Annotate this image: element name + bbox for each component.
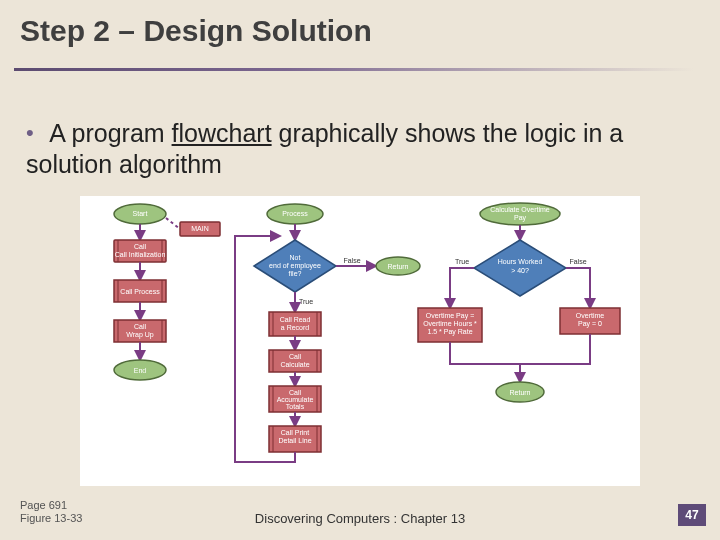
node-call-read: Call Reada Record	[269, 312, 321, 336]
svg-text:Pay: Pay	[514, 214, 527, 222]
bullet-term-flowchart: flowchart	[172, 119, 272, 147]
svg-text:Accumulate: Accumulate	[277, 396, 314, 403]
node-call-print: Call PrintDetail Line	[269, 426, 321, 452]
node-ot-zero: Overtime	[576, 312, 605, 319]
node-ot-formula: Overtime Pay =	[426, 312, 474, 320]
node-return-2: Return	[509, 389, 530, 396]
svg-text:Detail Line: Detail Line	[278, 437, 311, 444]
bullet-text-pre: A program	[49, 119, 171, 147]
slide: Step 2 – Design Solution • A program flo…	[0, 0, 720, 540]
node-process: Process	[282, 210, 308, 217]
svg-text:Calculate: Calculate	[280, 361, 309, 368]
label-true-2: True	[455, 258, 469, 265]
bullet-marker: •	[26, 120, 34, 145]
node-call-calc: CallCalculate	[269, 350, 321, 372]
svg-text:Call Initialization: Call Initialization	[115, 251, 166, 258]
node-call-process: Call Process	[114, 280, 166, 302]
svg-text:Wrap Up: Wrap Up	[126, 331, 154, 339]
node-call-accum: CallAccumulateTotals	[269, 386, 321, 412]
svg-text:Call: Call	[289, 389, 302, 396]
svg-text:Call: Call	[134, 323, 147, 330]
node-decision-hours: Hours Worked	[498, 258, 543, 265]
node-call-wrap: Call Wrap Up	[114, 320, 166, 342]
svg-text:end of employee: end of employee	[269, 262, 321, 270]
svg-text:Totals: Totals	[286, 403, 305, 410]
node-start: Start	[133, 210, 148, 217]
node-decision-eof: Not	[290, 254, 301, 261]
svg-text:Call: Call	[134, 243, 147, 250]
svg-text:Call Read: Call Read	[280, 316, 311, 323]
footer-center: Discovering Computers : Chapter 13	[0, 511, 720, 526]
flowchart-figure: Start MAIN Call Call Initialization Call…	[80, 196, 640, 486]
svg-text:Call: Call	[289, 353, 302, 360]
label-true-1: True	[299, 298, 313, 305]
svg-text:Call Process: Call Process	[120, 288, 160, 295]
slide-number: 47	[678, 504, 706, 526]
label-false-1: False	[343, 257, 360, 264]
slide-title: Step 2 – Design Solution	[20, 14, 372, 48]
svg-text:a Record: a Record	[281, 324, 310, 331]
node-call-init: Call Call Initialization	[114, 240, 166, 262]
bullet-item: • A program flowchart graphically shows …	[26, 118, 686, 179]
node-end: End	[134, 367, 147, 374]
svg-text:file?: file?	[289, 270, 302, 277]
node-calc-overtime: Calculate Overtime	[490, 206, 550, 213]
label-false-2: False	[569, 258, 586, 265]
svg-text:Pay = 0: Pay = 0	[578, 320, 602, 328]
node-main: MAIN	[191, 225, 209, 232]
svg-line-2	[166, 218, 180, 229]
svg-text:Overtime Hours *: Overtime Hours *	[423, 320, 477, 327]
node-return-1: Return	[387, 263, 408, 270]
svg-text:1.5 * Pay Rate: 1.5 * Pay Rate	[427, 328, 472, 336]
page-reference: Page 691	[20, 499, 67, 511]
svg-text:Call Print: Call Print	[281, 429, 309, 436]
svg-text:> 40?: > 40?	[511, 267, 529, 274]
title-underline	[14, 68, 694, 71]
